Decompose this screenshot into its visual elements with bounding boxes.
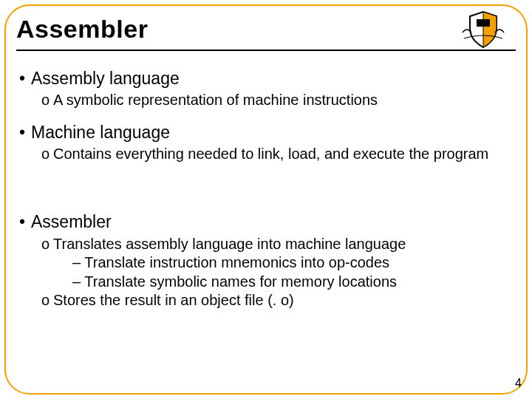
bullet-label: Assembly language [31,69,180,88]
subbullet: oStores the result in an object file (. … [41,291,513,310]
subbullet: oA symbolic representation of machine in… [41,91,513,110]
bullet-label: Machine language [31,123,170,142]
bullet-dot-icon: • [19,211,31,233]
bullet-ring-icon: o [41,291,53,310]
subbullet-text: Stores the result in an object file (. o… [53,292,294,308]
svg-rect-0 [477,19,490,27]
bullet-ring-icon: o [41,145,53,164]
slide: Assembler •Assembly language oA symbolic… [0,0,532,399]
subbullet-text: A symbolic representation of machine ins… [53,92,378,108]
princeton-logo [454,10,513,49]
bullet-assembler: •Assembler [19,211,513,233]
subbullet: oTranslates assembly language into machi… [41,235,513,254]
bullet-ring-icon: o [41,91,53,110]
slide-title: Assembler [16,15,516,44]
subbullet-text: Contains everything needed to link, load… [53,146,488,162]
page-number: 4 [515,377,522,390]
bullet-dot-icon: • [19,122,31,143]
sub-subbullet: – Translate symbolic names for memory lo… [72,273,513,292]
bullet-assembly-language: •Assembly language [19,68,513,89]
sub-subbullet: – Translate instruction mnemonics into o… [72,253,513,273]
slide-body: •Assembly language oA symbolic represent… [19,64,513,378]
subbullet: oContains everything needed to link, loa… [41,145,513,164]
bullet-dot-icon: • [19,68,31,89]
bullet-machine-language: •Machine language [19,122,513,143]
bullet-ring-icon: o [41,235,53,254]
subbullet-text: Translates assembly language into machin… [53,236,406,252]
title-row: Assembler [16,15,516,51]
bullet-label: Assembler [31,212,112,231]
